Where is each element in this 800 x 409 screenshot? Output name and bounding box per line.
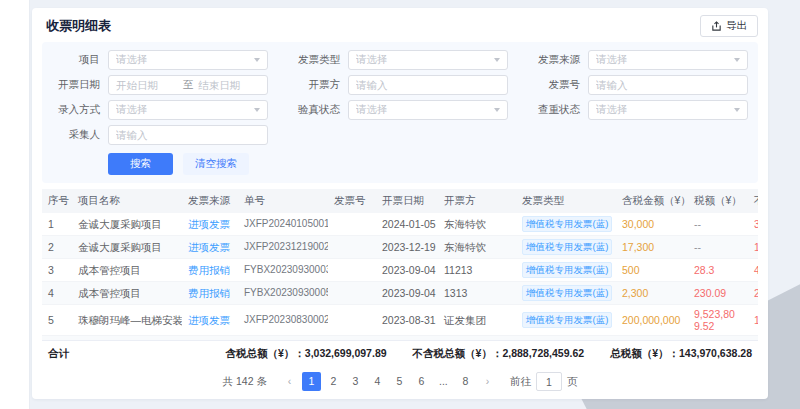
cell-amount: 500 — [616, 259, 688, 282]
cell-net: 471.7 — [748, 259, 758, 282]
entry-method-label: 录入方式 — [48, 103, 100, 117]
table-row[interactable]: 2 金诚大厦采购项目 进项发票 JXFP20231219002 2023-12-… — [42, 236, 758, 259]
cell-seq: 4 — [42, 282, 72, 305]
pagination: 共 142 条 ‹ 1 2 3 4 5 6 ... 8 › 前往 页 — [42, 366, 758, 395]
table-header-row: 序号项目名称发票来源单号发票号开票日期开票方发票类型含税金额（¥）税额（¥）不含… — [42, 189, 758, 213]
cell-seq: 3 — [42, 259, 72, 282]
filter-panel: 项目 请选择 发票类型 请选择 发票来源 请选择 — [42, 42, 758, 183]
cell-issuer: 证发集团 — [438, 305, 516, 336]
column-header: 税额（¥） — [688, 189, 748, 213]
cell-amount: 17,300 — [616, 236, 688, 259]
date-start-input[interactable] — [116, 79, 178, 91]
export-label: 导出 — [726, 19, 747, 33]
invoice-detail-card: 收票明细表 导出 项目 请选择 发票类型 请选择 — [32, 8, 768, 399]
entry-method-field: 录入方式 请选择 — [48, 100, 268, 120]
dup-status-select[interactable]: 请选择 — [588, 100, 748, 120]
invoice-type-tag: 增值税专用发票(蓝) — [522, 216, 612, 232]
verify-status-select[interactable]: 请选择 — [348, 100, 508, 120]
cell-date: 2023-08-31 — [376, 305, 438, 336]
cell-type: 增值税专用发票(蓝) — [516, 305, 616, 336]
filter-actions: 搜索 清空搜索 — [48, 153, 748, 175]
cell-invoice-no — [328, 259, 376, 282]
cell-issuer: 东海特饮 — [438, 213, 516, 236]
cell-type: 增值税专用发票(蓝) — [516, 236, 616, 259]
page-button-2[interactable]: 2 — [324, 372, 343, 391]
invoice-source-label: 发票来源 — [528, 53, 580, 67]
cell-date: 2024-01-05 — [376, 213, 438, 236]
invoice-source-select[interactable]: 请选择 — [588, 50, 748, 70]
page-ellipsis[interactable]: ... — [434, 372, 453, 391]
pagination-total: 共 142 条 — [223, 375, 267, 389]
cell-project: 珠穆朗玛峰—电梯安装 — [72, 305, 182, 336]
summary-item: 总税额（¥）：143,970,638.28 — [610, 347, 752, 361]
collector-field: 采集人 — [48, 125, 268, 145]
cell-net: 30,000 — [748, 213, 758, 236]
chevron-down-icon — [734, 58, 740, 62]
cell-invoice-no — [328, 305, 376, 336]
page-button-8[interactable]: 8 — [456, 372, 475, 391]
cell-net: 190,476,190.48 — [748, 305, 758, 336]
cell-net: 2,069.91 — [748, 282, 758, 305]
issuer-input[interactable] — [356, 79, 500, 91]
column-header: 项目名称 — [72, 189, 182, 213]
cell-tax: -- — [688, 236, 748, 259]
verify-status-label: 验真状态 — [288, 103, 340, 117]
chevron-down-icon — [494, 108, 500, 112]
dup-status-label: 查重状态 — [528, 103, 580, 117]
verify-status-field: 验真状态 请选择 — [288, 100, 508, 120]
invoice-type-select[interactable]: 请选择 — [348, 50, 508, 70]
table-row[interactable]: 1 金诚大厦采购项目 进项发票 JXFP20240105001 2024-01-… — [42, 213, 758, 236]
table-row[interactable]: 4 成本管控项目 费用报销 FYBX20230930005 2023-09-04… — [42, 282, 758, 305]
invoice-type-tag: 增值税专用发票(蓝) — [522, 312, 612, 328]
table-row[interactable]: 3 成本管控项目 费用报销 FYBX20230930003 2023-09-04… — [42, 259, 758, 282]
export-icon — [711, 21, 722, 32]
column-header: 开票方 — [438, 189, 516, 213]
entry-method-select[interactable]: 请选择 — [108, 100, 268, 120]
table-row[interactable]: 5 珠穆朗玛峰—电梯安装 进项发票 JXFP20230830002 2023-0… — [42, 305, 758, 336]
summary-label: 合计 — [48, 347, 69, 361]
next-page-button[interactable]: › — [478, 372, 497, 391]
cell-order-no: FYBX20230930005 — [238, 282, 328, 305]
invoice-no-input[interactable] — [596, 79, 740, 91]
cell-type: 增值税专用发票(蓝) — [516, 282, 616, 305]
summary-item: 不含税总额（¥）：2,888,728,459.62 — [413, 347, 585, 361]
collector-input[interactable] — [116, 129, 260, 141]
issuer-label: 开票方 — [288, 78, 340, 92]
cell-tax: 28.3 — [688, 259, 748, 282]
page-button-3[interactable]: 3 — [346, 372, 365, 391]
clear-search-button[interactable]: 清空搜索 — [183, 153, 249, 175]
invoice-source-field: 发票来源 请选择 — [528, 50, 748, 70]
cell-type: 增值税专用发票(蓝) — [516, 259, 616, 282]
chevron-down-icon — [734, 108, 740, 112]
cell-tax: -- — [688, 213, 748, 236]
search-button[interactable]: 搜索 — [108, 153, 173, 175]
date-range-separator: 至 — [178, 78, 199, 92]
invoice-no-input-wrap — [588, 75, 748, 95]
project-select[interactable]: 请选择 — [108, 50, 268, 70]
cell-source: 进项发票 — [182, 305, 238, 336]
export-button[interactable]: 导出 — [700, 15, 758, 37]
cell-order-no: JXFP20240105001 — [238, 213, 328, 236]
invoice-no-label: 发票号 — [528, 78, 580, 92]
invoice-type-tag: 增值税专用发票(蓝) — [522, 239, 612, 255]
summary-items: 含税总额（¥）：3,032,699,097.89 不含税总额（¥）：2,888,… — [225, 347, 752, 361]
goto-prefix: 前往 — [510, 375, 531, 389]
page-button-4[interactable]: 4 — [368, 372, 387, 391]
cell-amount: 30,000 — [616, 213, 688, 236]
cell-project: 成本管控项目 — [72, 259, 182, 282]
cell-seq: 2 — [42, 236, 72, 259]
chevron-down-icon — [254, 108, 260, 112]
prev-page-button[interactable]: ‹ — [280, 372, 299, 391]
goto-page-input[interactable] — [536, 372, 562, 391]
card-header: 收票明细表 导出 — [42, 16, 758, 36]
date-end-input[interactable] — [198, 79, 260, 91]
cell-amount: 200,000,000 — [616, 305, 688, 336]
invoice-date-range[interactable]: 至 — [108, 75, 268, 95]
page-button-6[interactable]: 6 — [412, 372, 431, 391]
summary-row: 合计 含税总额（¥）：3,032,699,097.89 不含税总额（¥）：2,8… — [42, 340, 758, 366]
cell-date: 2023-09-04 — [376, 259, 438, 282]
cell-net: 17,300 — [748, 236, 758, 259]
page-button-5[interactable]: 5 — [390, 372, 409, 391]
invoice-type-field: 发票类型 请选择 — [288, 50, 508, 70]
page-button-1[interactable]: 1 — [302, 372, 321, 391]
